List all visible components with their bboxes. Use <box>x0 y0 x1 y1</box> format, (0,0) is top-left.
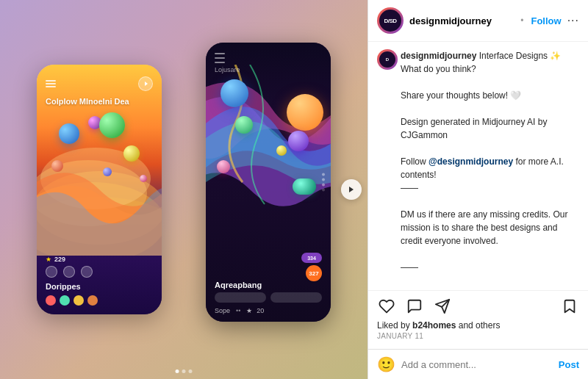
phone-left-stats: 229 <box>54 256 65 263</box>
more-button[interactable]: ··· <box>567 14 579 27</box>
post-panel: D/SD designmidjourney • Follow ··· D des… <box>368 0 588 379</box>
caption-dash1: —— <box>401 183 418 193</box>
image-panel: Colplow MInoelni Dea ★ 229 Dorippes <box>0 0 368 379</box>
phone-right-sub-label: Sope <box>215 307 230 314</box>
phone-right-design-name: Aqreapbang <box>215 281 322 289</box>
comment-button[interactable] <box>405 297 424 316</box>
comment-input[interactable] <box>401 359 553 370</box>
liked-by: Liked by b24homes and others <box>377 320 579 331</box>
caption-mention[interactable]: @designmidjourney <box>429 156 513 167</box>
caption-dm-us: DM us if there are any missing credits. … <box>401 209 567 246</box>
image-content: Colplow MInoelni Dea ★ 229 Dorippes <box>0 0 368 379</box>
emoji-button[interactable]: 🙂 <box>377 355 395 373</box>
liked-by-text: Liked by <box>377 320 410 331</box>
phone-left: Colplow MInoelni Dea ★ 229 Dorippes <box>37 65 162 314</box>
post-header: D/SD designmidjourney • Follow ··· <box>368 0 588 42</box>
phone-left-title: Colplow MInoelni Dea <box>46 97 153 106</box>
header-username: designmidjourney <box>409 15 513 26</box>
actions-bar: Liked by b24homes and others JANUARY 11 <box>368 290 588 349</box>
nav-dots <box>176 369 193 373</box>
follow-button[interactable]: Follow <box>531 15 561 26</box>
avatar: D/SD <box>377 7 404 34</box>
share-button[interactable] <box>433 297 452 316</box>
nav-dot-2[interactable] <box>182 369 186 373</box>
caption-dash2: —— <box>401 262 418 272</box>
caption-block: D designmidjourney Interface Designs ✨ W… <box>377 49 579 290</box>
caption-area: D designmidjourney Interface Designs ✨ W… <box>368 42 588 290</box>
liked-by-name[interactable]: b24homes <box>412 320 456 331</box>
phone-left-bottom-label: Dorippes <box>46 282 153 291</box>
caption-text: designmidjourney Interface Designs ✨ Wha… <box>401 49 579 290</box>
comment-input-row: 🙂 Post <box>368 349 588 379</box>
caption-design-generated: Design generated in Midjourney AI by CJG… <box>401 117 547 140</box>
caption-what-do-you-think: What do you think? <box>401 64 476 74</box>
bookmark-button[interactable] <box>560 297 579 316</box>
svg-marker-6 <box>349 187 354 192</box>
caption-username: designmidjourney <box>401 51 476 61</box>
caption-interface-designs: Interface Designs ✨ <box>479 51 562 61</box>
phone-right-number: 20 <box>257 307 264 314</box>
post-comment-button[interactable]: Post <box>559 359 579 370</box>
caption-share-thoughts: Share your thoughts below! 🤍 <box>401 90 521 101</box>
separator-dot: • <box>520 15 523 26</box>
orange-badge: 327 <box>306 265 322 281</box>
nav-dot-3[interactable] <box>189 369 193 373</box>
phone-right-top-label: Lojusare <box>215 66 322 73</box>
like-button[interactable] <box>377 297 396 316</box>
action-icons-row <box>377 297 579 316</box>
timestamp: JANUARY 11 <box>377 332 579 340</box>
phone-right: Lojusare Aqreapbang Sope •• ★ 20 334 327 <box>206 43 331 322</box>
caption-avatar: D <box>377 49 398 70</box>
emoji-icon: 🙂 <box>377 356 395 372</box>
caption-follow-text: Follow <box>401 156 426 167</box>
nav-dot-1[interactable] <box>176 369 179 373</box>
next-arrow[interactable] <box>341 179 362 200</box>
svg-marker-5 <box>145 82 148 86</box>
purple-badge: 334 <box>301 253 322 263</box>
liked-by-others: and others <box>459 320 501 331</box>
